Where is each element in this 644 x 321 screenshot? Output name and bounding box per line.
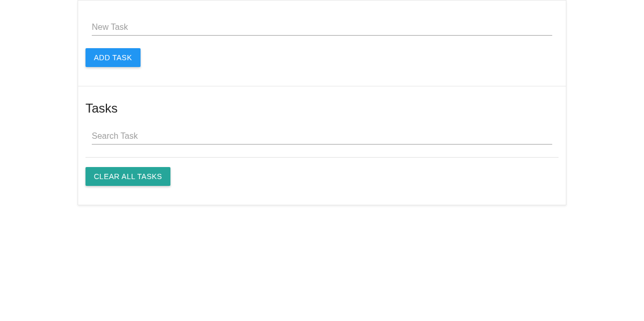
new-task-input[interactable] <box>92 19 552 36</box>
new-task-input-wrapper <box>85 19 559 36</box>
tasks-divider <box>85 157 559 158</box>
tasks-list-section: Tasks Clear All Tasks <box>78 86 566 205</box>
search-task-input-wrapper <box>85 128 559 145</box>
clear-all-tasks-button[interactable]: Clear All Tasks <box>85 167 170 186</box>
add-task-section: Add Task <box>78 1 566 86</box>
task-card: Add Task Tasks Clear All Tasks <box>78 0 566 205</box>
add-task-button[interactable]: Add Task <box>85 48 141 67</box>
search-task-input[interactable] <box>92 128 552 145</box>
task-app-container: Add Task Tasks Clear All Tasks <box>78 0 566 205</box>
tasks-section-title: Tasks <box>85 101 559 116</box>
